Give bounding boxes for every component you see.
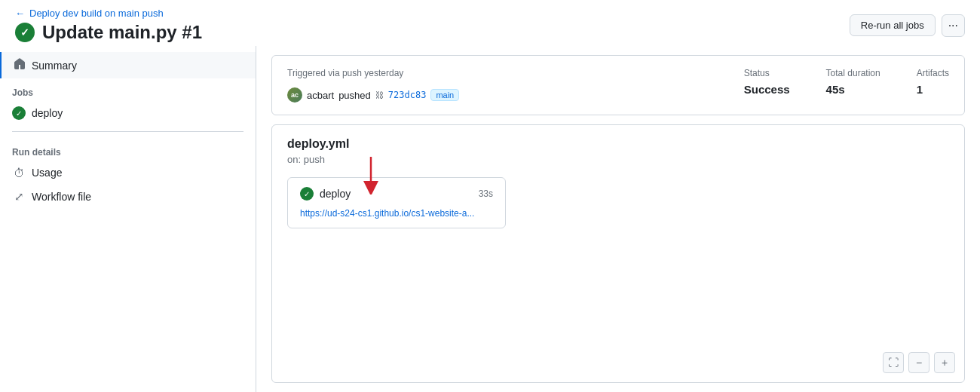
workflow-file-label: Workflow file — [32, 191, 91, 203]
commit-hash[interactable]: 723dc83 — [388, 90, 427, 100]
top-bar-left: ← Deploy dev build on main push ✓ Update… — [15, 8, 202, 43]
workflow-card: deploy.yml on: push — [271, 124, 965, 383]
deploy-job-header: ✓ deploy 33s — [300, 187, 493, 201]
page-container: ← Deploy dev build on main push ✓ Update… — [0, 0, 980, 392]
info-card: Triggered via push yesterday ac acbart p… — [271, 55, 965, 115]
branch-badge[interactable]: main — [430, 89, 459, 101]
trigger-label: Triggered via push yesterday — [287, 68, 708, 78]
status-section: Status Success — [744, 68, 790, 96]
success-status-icon: ✓ — [15, 23, 35, 42]
status-label: Status — [744, 68, 790, 78]
bottom-controls: ⛶ − + — [883, 352, 955, 373]
duration-value: 45s — [826, 83, 880, 96]
clock-icon: ⏱ — [12, 166, 26, 179]
zoom-out-button[interactable]: − — [908, 352, 929, 373]
artifacts-section: Artifacts 1 — [917, 68, 949, 96]
duration-section: Total duration 45s — [826, 68, 880, 96]
page-title: ✓ Update main.py #1 — [15, 22, 202, 43]
breadcrumb-arrow: ← — [15, 8, 25, 19]
red-arrow — [356, 157, 386, 197]
artifacts-label: Artifacts — [917, 68, 949, 78]
more-options-button[interactable]: ··· — [942, 14, 965, 37]
breadcrumb-text[interactable]: Deploy dev build on main push — [29, 8, 164, 19]
deploy-job-left: ✓ deploy — [300, 187, 351, 201]
deploy-job-time: 33s — [479, 188, 493, 199]
artifacts-value: 1 — [917, 83, 949, 96]
deploy-success-icon: ✓ — [12, 106, 26, 120]
trigger-section: Triggered via push yesterday ac acbart p… — [287, 68, 708, 103]
home-icon — [14, 58, 26, 72]
zoom-in-button[interactable]: + — [934, 352, 955, 373]
chain-icon: ⛓ — [375, 90, 384, 100]
sidebar-divider — [12, 131, 243, 132]
page-title-text: Update main.py #1 — [42, 22, 202, 43]
sidebar-item-summary[interactable]: Summary — [0, 52, 256, 78]
run-details-section-label: Run details — [0, 138, 256, 161]
deploy-job-link[interactable]: https://ud-s24-cs1.github.io/cs1-website… — [300, 208, 474, 219]
breadcrumb[interactable]: ← Deploy dev build on main push — [15, 8, 202, 19]
deploy-job-label: deploy — [32, 107, 63, 119]
workflow-trigger: on: push — [287, 154, 949, 165]
sidebar-item-workflow-file[interactable]: ⤢ Workflow file — [0, 185, 256, 209]
status-value: Success — [744, 83, 790, 96]
workflow-file-icon: ⤢ — [12, 190, 26, 204]
sidebar-item-usage[interactable]: ⏱ Usage — [0, 161, 256, 185]
user-avatar: ac — [287, 87, 302, 103]
main-layout: Summary Jobs ✓ deploy Run details ⏱ Usag… — [0, 46, 980, 392]
jobs-section-label: Jobs — [0, 78, 256, 101]
sidebar: Summary Jobs ✓ deploy Run details ⏱ Usag… — [0, 46, 256, 392]
deploy-job-name: deploy — [320, 188, 351, 200]
deploy-job-box: ✓ deploy 33s https://ud-s24-cs1.github.i… — [287, 177, 506, 228]
top-bar: ← Deploy dev build on main push ✓ Update… — [0, 0, 980, 46]
summary-label: Summary — [32, 60, 77, 72]
main-content: Triggered via push yesterday ac acbart p… — [256, 46, 980, 392]
expand-button[interactable]: ⛶ — [883, 352, 904, 373]
trigger-row: ac acbart pushed ⛓ 723dc83 main — [287, 87, 708, 103]
top-bar-actions: Re-run all jobs ··· — [850, 14, 965, 37]
deploy-job-success-icon: ✓ — [300, 187, 314, 201]
duration-label: Total duration — [826, 68, 880, 78]
workflow-filename: deploy.yml — [287, 137, 949, 151]
usage-label: Usage — [32, 167, 62, 179]
username[interactable]: acbart — [307, 90, 334, 101]
pushed-text: pushed — [338, 90, 371, 101]
sidebar-item-deploy[interactable]: ✓ deploy — [0, 101, 256, 125]
rerun-all-jobs-button[interactable]: Re-run all jobs — [850, 14, 936, 36]
